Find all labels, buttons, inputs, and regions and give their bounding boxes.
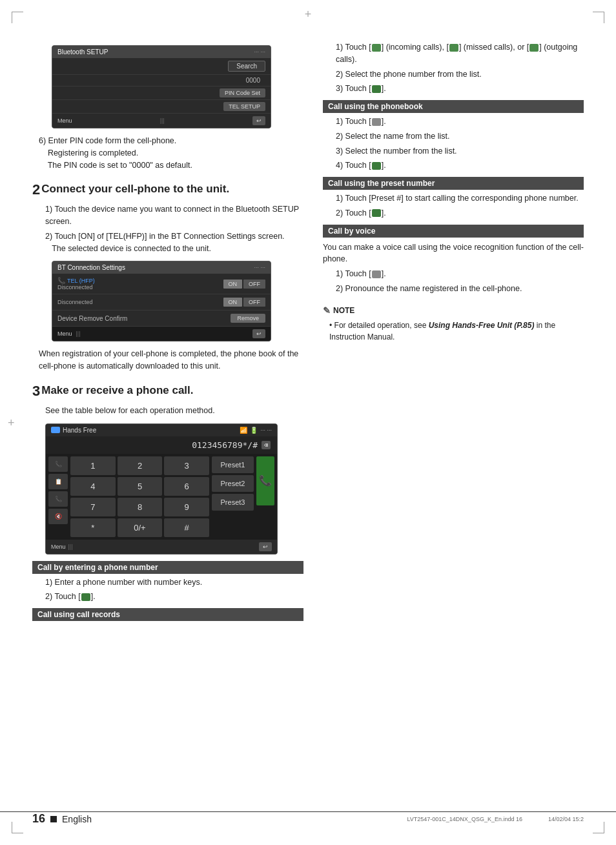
hf-call-btn[interactable]: 📞 bbox=[256, 456, 274, 505]
hf-header-left: Hands Free bbox=[51, 427, 96, 434]
hf-icon-2[interactable]: 📋 bbox=[48, 474, 68, 489]
hf-key-hash[interactable]: # bbox=[164, 518, 209, 537]
section2-step2: Touch [ON] of [TEL(HFP)] in the BT Conne… bbox=[45, 230, 303, 255]
phonebook-step4: Touch []. bbox=[336, 159, 584, 172]
hf-number-row: 0123456789*/# ⌫ bbox=[46, 436, 277, 454]
bt-conn-row2-status: Disconnected bbox=[57, 299, 223, 305]
hf-key-2[interactable]: 2 bbox=[118, 456, 163, 475]
call-phonebook-header: Call using the phonebook bbox=[323, 100, 584, 113]
hf-key-8[interactable]: 8 bbox=[118, 498, 163, 516]
call-by-number-steps: Enter a phone number with number keys. T… bbox=[32, 576, 303, 604]
bt-setup-header: Bluetooth SETUP ··· ··· bbox=[52, 46, 271, 58]
note-header: ✎ NOTE bbox=[323, 305, 584, 316]
hf-phone-icon bbox=[51, 427, 60, 433]
bluetooth-setup-screen: Bluetooth SETUP ··· ··· Search 0000 PIN … bbox=[52, 45, 271, 128]
call-by-number-step2: Touch []. bbox=[45, 591, 303, 603]
bt-tel-setup-row: TEL SETUP bbox=[52, 100, 271, 114]
note-bold-ref: Using Hands-Free Unit (P.85) bbox=[429, 321, 535, 330]
bt-pin-code-row: PIN Code Set bbox=[52, 87, 271, 100]
bt-toggle-group2: ON OFF bbox=[223, 298, 266, 307]
hf-key-5[interactable]: 5 bbox=[118, 477, 163, 496]
bt-off-btn2[interactable]: OFF bbox=[243, 298, 265, 307]
hf-number: 0123456789*/# bbox=[192, 440, 258, 450]
hf-backspace-btn[interactable]: ⌫ bbox=[262, 441, 271, 449]
call-by-number-header: Call by entering a phone number bbox=[32, 561, 303, 574]
step6-text: 6) Enter PIN code form the cell-phone. R… bbox=[39, 135, 303, 171]
note-label: NOTE bbox=[333, 306, 354, 315]
step3-number: 3 bbox=[32, 383, 40, 399]
hf-key-4[interactable]: 4 bbox=[70, 477, 116, 496]
bt-conn-row3: Device Remove Confirm Remove bbox=[52, 311, 271, 327]
bt-remove-btn[interactable]: Remove bbox=[231, 314, 265, 323]
section2-steps: Touch the device name you want to connec… bbox=[32, 203, 303, 254]
records-step2: Select the phone number from the list. bbox=[336, 68, 584, 81]
phonebook-step3: Select the number from the list. bbox=[336, 145, 584, 158]
note-item-1: For detailed operation, see Using Hands-… bbox=[329, 320, 584, 343]
hf-key-6[interactable]: 6 bbox=[164, 477, 209, 496]
section2-step1: Touch the device name you want to connec… bbox=[45, 203, 303, 228]
bt-on-btn2[interactable]: ON bbox=[223, 298, 243, 307]
bt-conn-footer: Menu ||| ↩ bbox=[52, 327, 271, 341]
bt-conn-back-btn[interactable]: ↩ bbox=[252, 329, 265, 338]
bt-pin-row: 0000 bbox=[52, 75, 271, 87]
left-column: Bluetooth SETUP ··· ··· Search 0000 PIN … bbox=[32, 39, 303, 624]
step6-label: 6) Enter PIN code form the cell-phone. R… bbox=[39, 136, 192, 170]
hf-key-9[interactable]: 9 bbox=[164, 498, 209, 516]
section3-intro: See the table below for each operation m… bbox=[45, 405, 303, 417]
hands-free-screen: Hands Free 📶 🔋 ··· ··· 0123456789*/# ⌫ bbox=[45, 423, 278, 555]
note-section: ✎ NOTE For detailed operation, see Using… bbox=[323, 305, 584, 343]
note-icon: ✎ bbox=[323, 305, 331, 316]
hf-keypad: 1 2 3 4 5 6 7 8 9 * 0/+ # bbox=[70, 456, 209, 537]
bt-conn-row1-label: TEL (HFP) bbox=[67, 278, 95, 284]
records-step3: Touch []. bbox=[336, 83, 584, 95]
bt-on-btn1[interactable]: ON bbox=[223, 280, 243, 289]
hf-key-star[interactable]: * bbox=[70, 518, 116, 537]
hf-call-area: 📞 bbox=[256, 456, 274, 537]
voice-step2: Pronounce the name registered in the cel… bbox=[336, 283, 584, 295]
note-list: For detailed operation, see Using Hands-… bbox=[323, 320, 584, 343]
corner-mark-tl bbox=[12, 12, 23, 23]
section2-title: Connect your cell-phone to the unit. bbox=[41, 183, 229, 196]
content-area: Bluetooth SETUP ··· ··· Search 0000 PIN … bbox=[19, 39, 597, 624]
hf-key-7[interactable]: 7 bbox=[70, 498, 116, 516]
preset-step1: Touch [Preset #] to start calling the co… bbox=[336, 192, 584, 205]
hf-main-area: 📞 📋 📞 🔇 1 2 3 4 5 6 7 8 bbox=[46, 454, 277, 540]
section2-after-text: When registration of your cell-phone is … bbox=[39, 348, 303, 372]
bt-conn-title: BT Connection Settings bbox=[57, 264, 125, 271]
hf-icon-1[interactable]: 📞 bbox=[48, 456, 68, 472]
hf-presets: Preset1 Preset2 Preset3 bbox=[212, 456, 254, 537]
hf-preset3[interactable]: Preset3 bbox=[212, 494, 254, 511]
call-phonebook-steps: Touch []. Select the name from the list.… bbox=[323, 116, 584, 172]
hf-menu: Menu bbox=[51, 544, 66, 550]
bt-conn-menu: Menu bbox=[57, 331, 72, 337]
tel-setup-btn[interactable]: TEL SETUP bbox=[223, 102, 265, 111]
bt-off-btn1[interactable]: OFF bbox=[243, 280, 265, 289]
hf-back-btn[interactable]: ↩ bbox=[259, 542, 272, 551]
hf-left-icons: 📞 📋 📞 🔇 bbox=[48, 456, 68, 537]
pin-code-btn[interactable]: PIN Code Set bbox=[220, 88, 265, 97]
footer-filename: LVT2547-001C_14DNX_QSG_K_En.indd 16 bbox=[407, 816, 522, 822]
hf-header: Hands Free 📶 🔋 ··· ··· bbox=[46, 424, 277, 436]
bt-pin-value: 0000 bbox=[246, 77, 260, 84]
bt-setup-title: Bluetooth SETUP bbox=[57, 48, 108, 56]
bt-connection-screen: BT Connection Settings ··· ··· 📞 TEL (HF… bbox=[52, 261, 271, 341]
phonebook-step2: Select the name from the list. bbox=[336, 130, 584, 143]
phonebook-step1: Touch []. bbox=[336, 116, 584, 128]
section2-heading: 2Connect your cell-phone to the unit. bbox=[32, 181, 303, 198]
hf-key-3[interactable]: 3 bbox=[164, 456, 209, 475]
left-cross-mark bbox=[8, 416, 15, 429]
footer-date: 14/02/04 15:2 bbox=[548, 816, 584, 822]
call-using-records-steps: Touch [] (incoming calls), [] (missed ca… bbox=[323, 41, 584, 95]
page-footer: 16 English LVT2547-001C_14DNX_QSG_K_En.i… bbox=[0, 811, 616, 826]
corner-mark-tr bbox=[593, 12, 604, 23]
hf-icon-4[interactable]: 🔇 bbox=[48, 509, 68, 524]
hf-icon-3[interactable]: 📞 bbox=[48, 491, 68, 507]
bt-setup-back-btn[interactable]: ↩ bbox=[252, 116, 265, 125]
hf-preset2[interactable]: Preset2 bbox=[212, 475, 254, 492]
hf-preset1[interactable]: Preset1 bbox=[212, 456, 254, 473]
search-button[interactable]: Search bbox=[228, 61, 265, 72]
hf-key-0[interactable]: 0/+ bbox=[118, 518, 163, 537]
bt-conn-header: BT Connection Settings ··· ··· bbox=[52, 261, 271, 274]
page-number: 16 bbox=[32, 812, 45, 826]
hf-key-1[interactable]: 1 bbox=[70, 456, 116, 475]
